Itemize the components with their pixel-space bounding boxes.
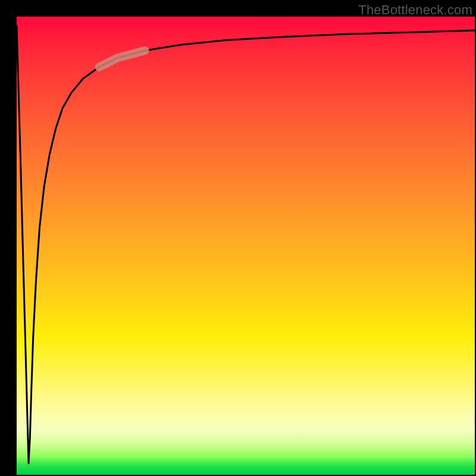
curve-highlight-segment: [99, 51, 145, 67]
curve-overlay: [17, 17, 475, 475]
bottleneck-curve: [17, 26, 475, 463]
watermark-text: TheBottleneck.com: [358, 2, 472, 18]
chart-frame: TheBottleneck.com: [0, 0, 476, 476]
